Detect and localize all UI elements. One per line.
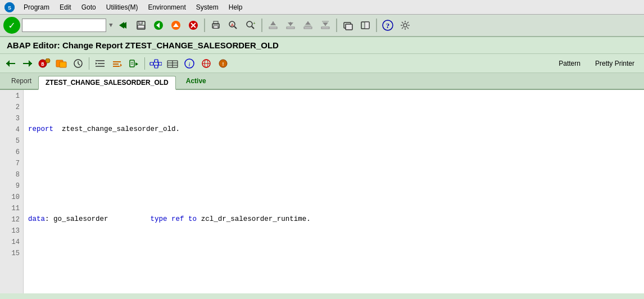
window-button[interactable]	[340, 17, 356, 33]
download2-button[interactable]	[318, 17, 333, 33]
code-line-1: report ztest_change_salesorder_old.	[28, 124, 644, 135]
svg-marker-71	[120, 64, 122, 67]
line-num-7: 7	[0, 157, 23, 169]
svg-rect-70	[113, 66, 120, 67]
pattern-button[interactable]: Pattern	[552, 57, 587, 70]
page-title: ABAP Editor: Change Report ZTEST_CHANGE_…	[7, 40, 279, 50]
svg-marker-75	[135, 62, 138, 66]
svg-rect-68	[113, 61, 121, 62]
svg-line-83	[158, 64, 158, 66]
help-button[interactable]: ?	[380, 17, 396, 33]
svg-rect-40	[365, 22, 369, 29]
upload2-button[interactable]	[300, 17, 316, 33]
svg-marker-3	[119, 22, 124, 29]
code-editor[interactable]: report ztest_change_salesorder_old. data…	[24, 90, 644, 293]
svg-rect-26	[287, 27, 294, 29]
code-line-4	[28, 259, 644, 270]
line-num-11: 11	[0, 202, 23, 214]
line-num-2: 2	[0, 101, 23, 112]
menu-environment[interactable]: Environment	[143, 2, 190, 12]
watch-button[interactable]	[71, 56, 85, 71]
nav-prev-button[interactable]	[151, 17, 166, 33]
tab-report[interactable]: ZTEST_CHANGE_SALESORDER_OLD	[38, 76, 176, 90]
svg-rect-72	[130, 60, 134, 67]
line-num-9: 9	[0, 180, 23, 191]
code-area: 1 2 3 4 5 6 7 8 9 10 11 12 13 14 15 repo…	[0, 90, 644, 293]
tab-bar: Report ZTEST_CHANGE_SALESORDER_OLD Activ…	[0, 73, 644, 90]
svg-rect-38	[346, 24, 352, 30]
svg-rect-69	[113, 64, 119, 65]
title-bar: ABAP Editor: Change Report ZTEST_CHANGE_…	[0, 37, 644, 54]
svg-line-21	[252, 26, 254, 29]
settings-button[interactable]	[397, 17, 413, 33]
toolbar-sep-1	[204, 19, 205, 32]
find-button[interactable]: A	[225, 17, 241, 33]
line-num-3: 3	[0, 112, 23, 124]
nav-back-button[interactable]	[116, 17, 131, 33]
command-input[interactable]	[22, 19, 106, 32]
svg-line-48	[402, 22, 403, 24]
menu-goto[interactable]: Goto	[77, 2, 101, 12]
menu-utilities[interactable]: Utilities(M)	[102, 2, 143, 12]
forward-button[interactable]	[20, 56, 35, 71]
sap-icon: S	[4, 2, 15, 12]
find-replace-button[interactable]: +	[243, 17, 258, 33]
svg-line-80	[153, 61, 155, 64]
menu-edit[interactable]: Edit	[55, 2, 76, 12]
svg-text:?: ?	[386, 21, 389, 30]
line-num-6: 6	[0, 146, 23, 157]
svg-point-20	[247, 21, 252, 27]
hierarchy-button[interactable]	[148, 56, 163, 71]
test-button[interactable]	[126, 56, 141, 71]
menu-help[interactable]: Help	[224, 2, 247, 12]
breakpoint-button[interactable]: B	[37, 56, 52, 71]
menu-program[interactable]: Program	[19, 2, 54, 12]
svg-rect-79	[158, 62, 162, 65]
line-num-14: 14	[0, 236, 23, 247]
code-line-3: data: go_salesorder type ref to zcl_dr_s…	[28, 214, 644, 225]
svg-rect-6	[138, 25, 144, 28]
download-button[interactable]	[283, 17, 298, 33]
line-num-10: 10	[0, 191, 23, 202]
sec-sep-2	[144, 57, 145, 70]
toolbar-sep-3	[336, 19, 337, 32]
back-button[interactable]	[3, 56, 18, 71]
report-label: Report	[7, 75, 36, 87]
upload-button[interactable]	[265, 17, 281, 33]
svg-line-81	[153, 64, 155, 66]
svg-text:B: B	[41, 62, 44, 67]
toolbar: ✓ ▼	[0, 15, 644, 37]
svg-text:i: i	[188, 61, 190, 67]
stop-button[interactable]	[185, 17, 201, 33]
checkmark-button[interactable]: ✓	[3, 17, 20, 34]
svg-rect-5	[139, 21, 142, 24]
info-button[interactable]: i	[182, 56, 197, 71]
svg-marker-67	[96, 62, 97, 65]
svg-rect-77	[155, 60, 158, 62]
toolbar-sep-4	[376, 19, 377, 32]
pretty-printer-button[interactable]: Pretty Printer	[589, 57, 641, 70]
split-button[interactable]	[357, 17, 373, 33]
toolbar-sep-2	[261, 19, 262, 32]
svg-line-63	[78, 64, 80, 65]
line-num-15: 15	[0, 247, 23, 259]
svg-rect-16	[214, 26, 218, 28]
menu-bar: S Program Edit Goto Utilities(M) Environ…	[0, 0, 644, 15]
indent-button[interactable]	[93, 56, 107, 71]
flag-button[interactable]: !	[216, 56, 230, 71]
cols-button[interactable]	[165, 56, 180, 71]
svg-rect-29	[304, 27, 312, 29]
svg-point-58	[46, 58, 50, 63]
nav-up-button[interactable]	[168, 17, 184, 33]
svg-text:!: !	[221, 62, 224, 67]
format-button[interactable]	[110, 56, 124, 71]
svg-rect-78	[155, 65, 158, 68]
activate-button[interactable]	[54, 56, 69, 71]
print-button[interactable]	[208, 17, 224, 33]
secondary-toolbar: B	[0, 54, 644, 73]
menu-system[interactable]: System	[192, 2, 223, 12]
svg-rect-60	[60, 62, 66, 67]
save-button[interactable]	[133, 17, 149, 33]
globe-button[interactable]	[199, 56, 214, 71]
line-num-1: 1	[0, 90, 23, 101]
